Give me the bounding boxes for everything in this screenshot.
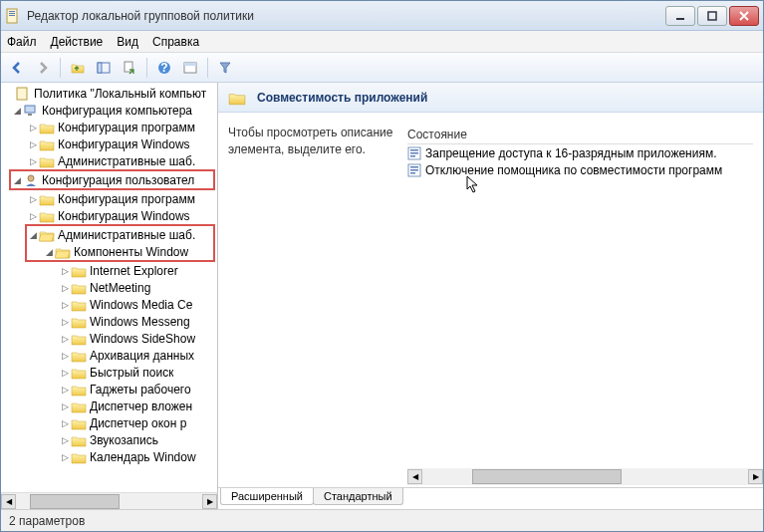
- computer-icon: [23, 104, 39, 118]
- tree-item[interactable]: ▷Windows Messeng: [1, 313, 217, 330]
- expand-icon[interactable]: ▷: [27, 211, 39, 221]
- collapse-icon[interactable]: ◢: [27, 230, 39, 240]
- setting-row[interactable]: Запрещение доступа к 16-разрядным прилож…: [407, 144, 753, 161]
- tab-standard[interactable]: Стандартный: [313, 488, 403, 505]
- tree-item[interactable]: ▷Звукозапись: [1, 431, 217, 448]
- app-icon: [5, 8, 21, 24]
- expand-icon[interactable]: ▷: [59, 452, 71, 462]
- column-header-state[interactable]: Состояние: [407, 125, 753, 144]
- folder-icon: [39, 137, 55, 151]
- tree-item[interactable]: ▷Windows Media Ce: [1, 296, 217, 313]
- close-button[interactable]: [729, 6, 759, 26]
- setting-icon: [407, 146, 421, 160]
- folder-icon: [71, 298, 87, 312]
- scroll-right-icon[interactable]: ▶: [748, 469, 763, 484]
- svg-rect-18: [410, 149, 418, 151]
- detail-hscrollbar[interactable]: ◀ ▶: [407, 468, 763, 485]
- export-button[interactable]: [118, 56, 141, 80]
- expand-icon[interactable]: ▷: [27, 123, 39, 133]
- filter-button[interactable]: [213, 56, 237, 80]
- scroll-left-icon[interactable]: ◀: [407, 469, 422, 484]
- tree-item[interactable]: ▷Internet Explorer: [1, 262, 217, 279]
- help-button[interactable]: ?: [152, 56, 176, 80]
- expand-icon[interactable]: ▷: [59, 435, 71, 445]
- up-button[interactable]: [66, 56, 90, 80]
- scroll-thumb[interactable]: [30, 494, 120, 509]
- content-area: Политика "Локальный компьют ◢ Конфигурац…: [1, 83, 763, 509]
- expand-icon[interactable]: ▷: [59, 385, 71, 395]
- tree-uc-admin[interactable]: ◢Административные шаб.: [27, 226, 213, 243]
- collapse-icon[interactable]: ◢: [11, 106, 23, 116]
- tree-item[interactable]: ▷Диспетчер вложен: [1, 398, 217, 414]
- menu-view[interactable]: Вид: [117, 35, 138, 49]
- tree-cc-windows[interactable]: ▷Конфигурация Windows: [1, 135, 217, 152]
- scroll-right-icon[interactable]: ▶: [202, 494, 217, 509]
- minimize-button[interactable]: [665, 6, 695, 26]
- expand-icon[interactable]: ▷: [59, 283, 71, 293]
- folder-icon: [39, 209, 55, 223]
- expand-icon[interactable]: ▷: [59, 334, 71, 344]
- svg-rect-3: [9, 15, 15, 16]
- folder-open-icon: [55, 245, 71, 259]
- maximize-button[interactable]: [697, 6, 727, 26]
- menu-help[interactable]: Справка: [152, 35, 199, 49]
- expand-icon[interactable]: ▷: [59, 317, 71, 327]
- expand-icon[interactable]: ▷: [59, 266, 71, 276]
- tree-windows-components[interactable]: ◢Компоненты Window: [27, 243, 213, 260]
- status-text: 2 параметров: [9, 514, 85, 528]
- tree-pane: Политика "Локальный компьют ◢ Конфигурац…: [1, 83, 218, 509]
- expand-icon[interactable]: ▷: [59, 418, 71, 428]
- tree[interactable]: Политика "Локальный компьют ◢ Конфигурац…: [1, 83, 217, 492]
- forward-button[interactable]: [31, 56, 55, 80]
- folder-icon: [71, 399, 87, 413]
- folder-icon: [71, 315, 87, 329]
- expand-icon[interactable]: ▷: [59, 368, 71, 378]
- tree-hscrollbar[interactable]: ◀ ▶: [1, 492, 217, 509]
- tree-item[interactable]: ▷Быстрый поиск: [1, 364, 217, 381]
- expand-icon[interactable]: ▷: [59, 401, 71, 411]
- properties-button[interactable]: [178, 56, 202, 80]
- tree-item[interactable]: ▷Диспетчер окон р: [1, 414, 217, 431]
- svg-rect-7: [98, 63, 102, 73]
- tree-computer-config[interactable]: ◢ Конфигурация компьютера: [1, 102, 217, 119]
- expand-icon[interactable]: ▷: [27, 139, 39, 149]
- folder-open-icon: [39, 228, 55, 242]
- svg-point-16: [28, 175, 34, 181]
- svg-rect-13: [17, 88, 27, 100]
- folder-icon: [228, 90, 246, 106]
- tree-uc-windows[interactable]: ▷Конфигурация Windows: [1, 207, 217, 224]
- tree-item[interactable]: ▷Windows SideShow: [1, 330, 217, 347]
- expand-icon[interactable]: ▷: [59, 351, 71, 361]
- tree-item[interactable]: ▷NetMeeting: [1, 279, 217, 296]
- tree-item[interactable]: ▷Гаджеты рабочего: [1, 381, 217, 398]
- tree-uc-software[interactable]: ▷Конфигурация программ: [1, 190, 217, 207]
- tree-user-config[interactable]: ◢ Конфигурация пользовател: [11, 171, 213, 188]
- folder-icon: [71, 264, 87, 278]
- svg-rect-12: [184, 63, 196, 66]
- folder-icon: [71, 281, 87, 295]
- scroll-left-icon[interactable]: ◀: [1, 494, 16, 509]
- menu-file[interactable]: Файл: [7, 35, 37, 49]
- expand-icon[interactable]: ▷: [27, 194, 39, 204]
- tree-cc-software[interactable]: ▷Конфигурация программ: [1, 119, 217, 135]
- folder-icon: [71, 349, 87, 363]
- expand-icon[interactable]: ▷: [27, 156, 39, 166]
- folder-icon: [71, 450, 87, 464]
- tree-cc-admin[interactable]: ▷Административные шаб.: [1, 152, 217, 169]
- folder-icon: [71, 383, 87, 397]
- back-button[interactable]: [5, 56, 29, 80]
- tree-root[interactable]: Политика "Локальный компьют: [1, 85, 217, 102]
- setting-row[interactable]: Отключение помощника по совместимости пр…: [407, 161, 753, 178]
- show-hide-tree-button[interactable]: [92, 56, 116, 80]
- scroll-thumb[interactable]: [472, 469, 622, 484]
- menu-action[interactable]: Действие: [51, 35, 104, 49]
- tree-item[interactable]: ▷Архивация данных: [1, 347, 217, 364]
- tree-item[interactable]: ▷Календарь Window: [1, 448, 217, 465]
- tab-extended[interactable]: Расширенный: [220, 488, 314, 505]
- svg-rect-22: [410, 166, 418, 168]
- collapse-icon[interactable]: ◢: [11, 175, 23, 185]
- view-tabs: Расширенный Стандартный: [218, 487, 763, 509]
- collapse-icon[interactable]: ◢: [43, 247, 55, 257]
- svg-text:?: ?: [160, 61, 167, 75]
- expand-icon[interactable]: ▷: [59, 300, 71, 310]
